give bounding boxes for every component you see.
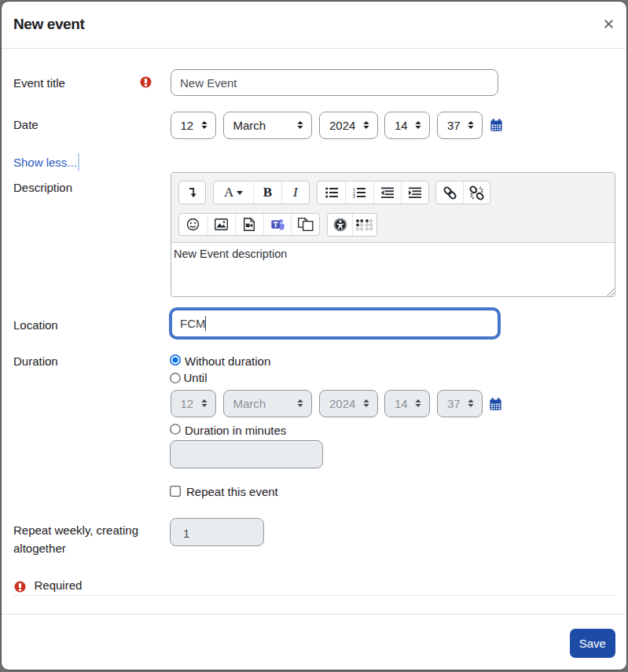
svg-text:3: 3 [353,194,355,198]
